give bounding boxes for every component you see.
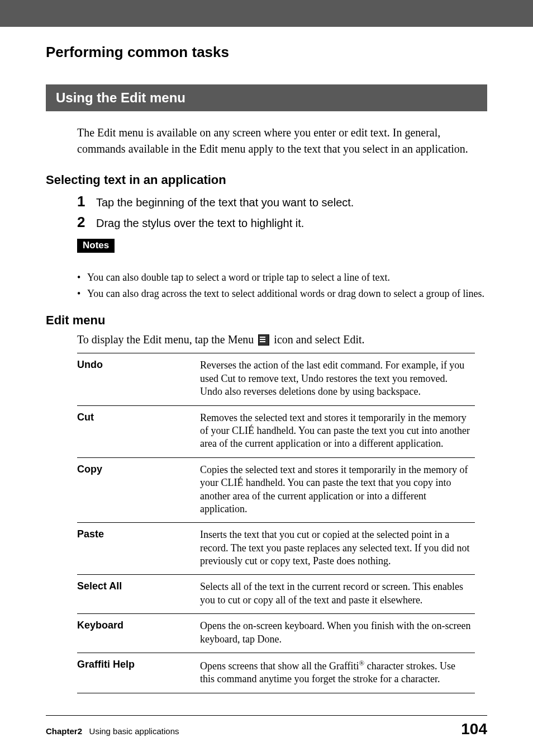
page-number: 104 bbox=[461, 720, 487, 738]
desc-copy: Copies the selected text and stores it t… bbox=[200, 457, 475, 523]
editmenu-intro: To display the Edit menu, tap the Menu i… bbox=[77, 333, 487, 346]
registered-mark: ® bbox=[359, 659, 365, 667]
notes-bullets: • You can also double tap to select a wo… bbox=[77, 271, 487, 301]
editmenu-intro-suffix: icon and select Edit. bbox=[274, 333, 364, 346]
breadcrumb: Performing common tasks bbox=[46, 44, 487, 61]
cmd-selectall: Select All bbox=[77, 575, 200, 614]
chapter-label: Chapter2 bbox=[46, 726, 82, 736]
graffiti-prefix: Opens screens that show all the Graffiti bbox=[200, 660, 359, 672]
desc-keyboard: Opens the on-screen keyboard. When you f… bbox=[200, 614, 475, 653]
step-item: 2 Drag the stylus over the text to highl… bbox=[77, 214, 487, 231]
bullet-text: You can also drag across the text to sel… bbox=[87, 287, 484, 301]
editmenu-intro-prefix: To display the Edit menu, tap the Menu bbox=[77, 333, 254, 346]
notes-block: Notes bbox=[77, 239, 487, 258]
table-row: Paste Inserts the text that you cut or c… bbox=[77, 523, 475, 575]
desc-undo: Reverses the action of the last edit com… bbox=[200, 353, 475, 405]
step-text: Tap the beginning of the text that you w… bbox=[96, 195, 354, 210]
bullet-dot-icon: • bbox=[77, 287, 87, 301]
step-text: Drag the stylus over the text to highlig… bbox=[96, 215, 304, 231]
desc-cut: Removes the selected text and stores it … bbox=[200, 405, 475, 457]
cmd-paste: Paste bbox=[77, 523, 200, 575]
table-row: Undo Reverses the action of the last edi… bbox=[77, 353, 475, 405]
notes-label: Notes bbox=[77, 239, 115, 253]
bullet-dot-icon: • bbox=[77, 271, 87, 285]
steps-list: 1 Tap the beginning of the text that you… bbox=[77, 193, 487, 231]
menu-icon bbox=[258, 334, 269, 346]
section-title: Using the Edit menu bbox=[46, 84, 487, 111]
cmd-keyboard: Keyboard bbox=[77, 614, 200, 653]
subheading-editmenu: Edit menu bbox=[46, 313, 487, 328]
header-bar bbox=[0, 0, 533, 27]
page-footer: Chapter2 Using basic applications 104 bbox=[46, 715, 487, 738]
bullet-text: You can also double tap to select a word… bbox=[87, 271, 390, 285]
table-row: Cut Removes the selected text and stores… bbox=[77, 405, 475, 457]
cmd-copy: Copy bbox=[77, 457, 200, 523]
chapter-title: Using basic applications bbox=[89, 726, 179, 736]
subheading-selecting: Selecting text in an application bbox=[46, 173, 487, 187]
bullet-item: • You can also drag across the text to s… bbox=[77, 287, 487, 301]
step-number: 1 bbox=[77, 193, 96, 210]
cmd-graffiti: Graffiti Help bbox=[77, 653, 200, 693]
cmd-undo: Undo bbox=[77, 353, 200, 405]
desc-selectall: Selects all of the text in the current r… bbox=[200, 575, 475, 614]
edit-menu-table: Undo Reverses the action of the last edi… bbox=[77, 353, 475, 693]
table-row: Select All Selects all of the text in th… bbox=[77, 575, 475, 614]
intro-paragraph: The Edit menu is available on any screen… bbox=[77, 125, 487, 157]
page: Performing common tasks Using the Edit m… bbox=[0, 0, 533, 756]
table-row: Graffiti Help Opens screens that show al… bbox=[77, 653, 475, 693]
bullet-item: • You can also double tap to select a wo… bbox=[77, 271, 487, 285]
cmd-cut: Cut bbox=[77, 405, 200, 457]
footer-left: Chapter2 Using basic applications bbox=[46, 726, 179, 736]
content-area: Performing common tasks Using the Edit m… bbox=[0, 44, 533, 693]
step-number: 2 bbox=[77, 214, 96, 231]
desc-paste: Inserts the text that you cut or copied … bbox=[200, 523, 475, 575]
table-row: Copy Copies the selected text and stores… bbox=[77, 457, 475, 523]
desc-graffiti: Opens screens that show all the Graffiti… bbox=[200, 653, 475, 693]
table-row: Keyboard Opens the on-screen keyboard. W… bbox=[77, 614, 475, 653]
step-item: 1 Tap the beginning of the text that you… bbox=[77, 193, 487, 210]
